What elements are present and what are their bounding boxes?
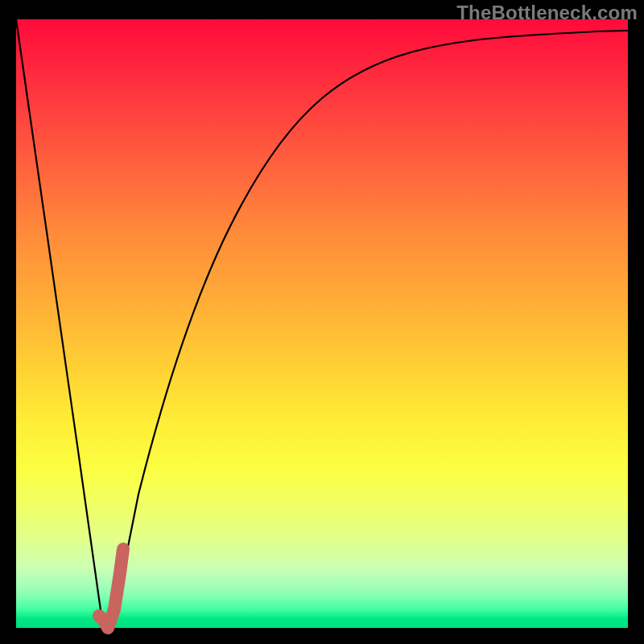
chart-container: TheBottleneck.com <box>0 0 644 644</box>
plot-area <box>16 19 628 628</box>
bottleneck-curve <box>16 19 628 628</box>
chart-svg <box>16 19 628 628</box>
highlight-segment <box>99 549 123 628</box>
